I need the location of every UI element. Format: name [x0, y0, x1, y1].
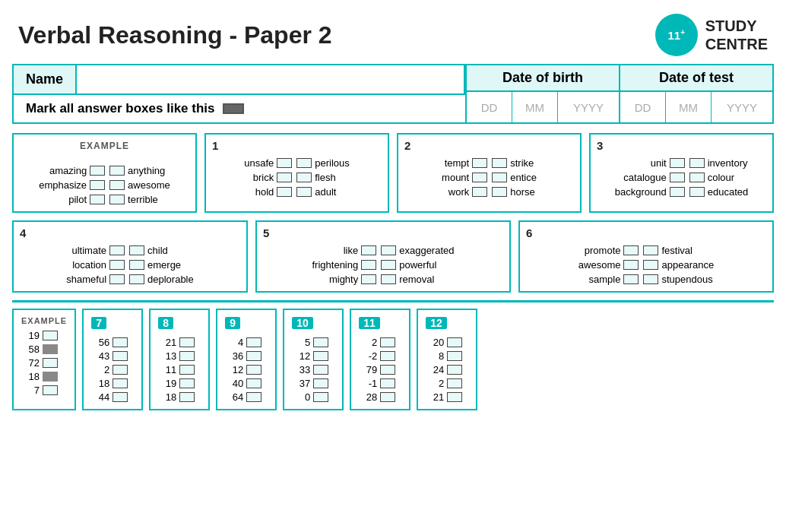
- dob-mm[interactable]: MM: [512, 92, 558, 122]
- ans-box[interactable]: [313, 351, 328, 361]
- dot-yyyy[interactable]: YYYY: [712, 92, 772, 122]
- ans-box[interactable]: [380, 351, 395, 361]
- ans-box[interactable]: [447, 337, 462, 347]
- ans-box[interactable]: [109, 274, 125, 284]
- ans-box[interactable]: [109, 245, 125, 255]
- ans-box[interactable]: [361, 245, 376, 255]
- ans-box[interactable]: [113, 365, 128, 375]
- ans-box[interactable]: [380, 378, 395, 388]
- dot-dd[interactable]: DD: [620, 92, 666, 122]
- ans-box[interactable]: [109, 260, 125, 270]
- ans-box[interactable]: [313, 337, 328, 347]
- ans-box[interactable]: [492, 173, 507, 182]
- ans-box[interactable]: [670, 173, 685, 182]
- ans-box[interactable]: [179, 351, 195, 361]
- example-box: EXAMPLE amazing emphasize pilot: [12, 133, 197, 213]
- dob-dd[interactable]: DD: [467, 92, 512, 122]
- ans-box[interactable]: [179, 392, 195, 402]
- ans-box[interactable]: [381, 274, 396, 284]
- dot-mm[interactable]: MM: [666, 92, 712, 122]
- q6-col1: promote awesome sample: [578, 245, 639, 285]
- ans-box[interactable]: [623, 260, 639, 270]
- ans-box[interactable]: [381, 260, 396, 270]
- ans-box[interactable]: [670, 158, 685, 168]
- ans-box[interactable]: [246, 337, 261, 347]
- ans-box[interactable]: [246, 392, 261, 402]
- q6-word-grid: promote awesome sample festi: [528, 245, 765, 285]
- ans-box[interactable]: [129, 260, 144, 270]
- main-content: EXAMPLE amazing emphasize pilot: [0, 124, 786, 423]
- ans-box[interactable]: [447, 365, 462, 375]
- ans-box[interactable]: [689, 187, 705, 197]
- ans-box[interactable]: [492, 158, 507, 168]
- ans-box[interactable]: [43, 331, 58, 340]
- ans-box[interactable]: [113, 378, 128, 388]
- ans-box[interactable]: [109, 180, 125, 190]
- dot-section: Date of test DD MM YYYY: [620, 65, 772, 122]
- dob-yyyy[interactable]: YYYY: [558, 92, 619, 122]
- mark-instruction-text: Mark all answer boxes like this: [26, 101, 215, 116]
- q2-box: 2 tempt mount work: [397, 133, 582, 213]
- ans-box[interactable]: [492, 187, 507, 197]
- ans-box[interactable]: [90, 180, 105, 190]
- ans-box[interactable]: [179, 337, 195, 347]
- ans-box[interactable]: [246, 365, 261, 375]
- ans-box[interactable]: [380, 365, 395, 375]
- ans-box[interactable]: [277, 158, 292, 168]
- ans-box[interactable]: [179, 365, 195, 375]
- ans-box[interactable]: [296, 158, 312, 168]
- ans-box[interactable]: [447, 351, 462, 361]
- ans-box[interactable]: [381, 245, 396, 255]
- ans-box[interactable]: [113, 351, 128, 361]
- name-input[interactable]: [77, 65, 464, 93]
- ans-box[interactable]: [623, 245, 639, 255]
- ans-box[interactable]: [43, 372, 58, 382]
- ans-box[interactable]: [129, 245, 144, 255]
- q9-box: 9 4 36 12 40 64: [216, 309, 277, 410]
- ans-box[interactable]: [670, 187, 685, 197]
- ans-box[interactable]: [643, 245, 658, 255]
- q5-col1: like frightening mighty: [312, 245, 377, 285]
- ans-box[interactable]: [246, 351, 261, 361]
- dot-label: Date of test: [620, 65, 772, 92]
- ans-box[interactable]: [277, 173, 292, 182]
- header: Verbal Reasoning - Paper 2 11+ STUDY CEN…: [0, 0, 786, 64]
- q2-col2: strike entice horse: [492, 157, 537, 198]
- ans-box[interactable]: [90, 166, 105, 176]
- q1-unsafe: unsafe: [244, 157, 292, 169]
- ans-box[interactable]: [109, 166, 125, 176]
- ans-box[interactable]: [643, 274, 658, 284]
- ans-box[interactable]: [447, 378, 462, 388]
- ans-box[interactable]: [447, 392, 462, 402]
- ans-box[interactable]: [643, 260, 658, 270]
- ans-box[interactable]: [296, 173, 312, 182]
- ans-box[interactable]: [113, 337, 128, 347]
- ans-box[interactable]: [689, 173, 705, 182]
- ans-box[interactable]: [90, 195, 105, 204]
- ans-box[interactable]: [43, 385, 58, 395]
- ans-box[interactable]: [313, 365, 328, 375]
- ans-box[interactable]: [623, 274, 639, 284]
- ans-box[interactable]: [109, 195, 125, 204]
- ans-box[interactable]: [179, 378, 195, 388]
- q1-word-grid: unsafe brick hold perilous: [214, 157, 380, 198]
- ans-box[interactable]: [361, 260, 376, 270]
- ans-box[interactable]: [361, 274, 376, 284]
- ans-box[interactable]: [313, 378, 328, 388]
- logo-text: STUDY CENTRE: [705, 17, 768, 53]
- ans-box[interactable]: [129, 274, 144, 284]
- ans-box[interactable]: [380, 392, 395, 402]
- ans-box[interactable]: [472, 173, 487, 182]
- ans-box[interactable]: [380, 337, 395, 347]
- ans-box[interactable]: [313, 392, 328, 402]
- ans-box[interactable]: [689, 158, 705, 168]
- ans-box[interactable]: [296, 187, 312, 197]
- ans-box[interactable]: [246, 378, 261, 388]
- ans-box[interactable]: [113, 392, 128, 402]
- ans-box[interactable]: [43, 358, 58, 368]
- ans-box[interactable]: [472, 158, 487, 168]
- ans-box[interactable]: [472, 187, 487, 197]
- ans-box[interactable]: [277, 187, 292, 197]
- ans-box[interactable]: [43, 344, 58, 354]
- q1-number: 1: [212, 139, 218, 152]
